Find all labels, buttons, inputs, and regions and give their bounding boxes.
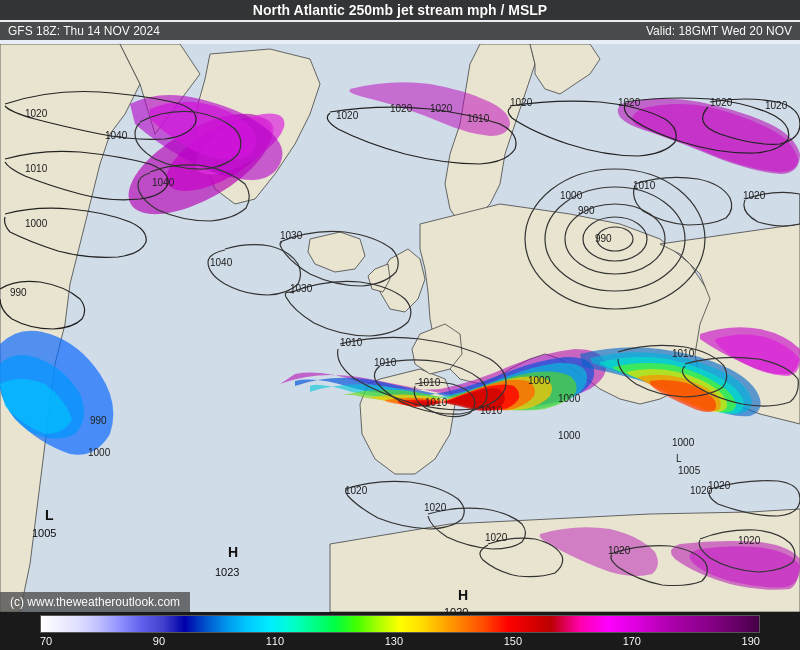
svg-text:1010: 1010 xyxy=(480,405,503,416)
svg-text:1000: 1000 xyxy=(558,393,581,404)
svg-text:1030: 1030 xyxy=(290,283,313,294)
svg-text:1020: 1020 xyxy=(336,110,359,121)
colorbar-labels: 7090110130150170190 xyxy=(40,635,760,647)
svg-text:1020: 1020 xyxy=(430,103,453,114)
svg-text:990: 990 xyxy=(595,233,612,244)
svg-text:1020: 1020 xyxy=(424,502,447,513)
svg-text:1010: 1010 xyxy=(340,337,363,348)
svg-text:1020: 1020 xyxy=(25,108,48,119)
sub-header: GFS 18Z: Thu 14 NOV 2024 Valid: 18GMT We… xyxy=(0,22,800,40)
svg-text:1040: 1040 xyxy=(105,130,128,141)
svg-text:L: L xyxy=(45,507,54,523)
svg-text:1020: 1020 xyxy=(510,97,533,108)
svg-text:1000: 1000 xyxy=(25,218,48,229)
weather-map-svg: 1020 1010 1000 990 1040 1040 1040 1030 1… xyxy=(0,44,800,612)
colorbar-label: 90 xyxy=(153,635,165,647)
svg-text:1010: 1010 xyxy=(418,377,441,388)
valid-label: Valid: 18GMT Wed 20 NOV xyxy=(646,24,792,38)
run-label: GFS 18Z: Thu 14 NOV 2024 xyxy=(8,24,160,38)
colorbar-gradient xyxy=(40,615,760,633)
svg-text:990: 990 xyxy=(578,205,595,216)
svg-text:1000: 1000 xyxy=(88,447,111,458)
svg-text:1020: 1020 xyxy=(710,97,733,108)
svg-text:1020: 1020 xyxy=(618,97,641,108)
colorbar: 7090110130150170190 xyxy=(0,612,800,650)
colorbar-label: 110 xyxy=(266,635,284,647)
svg-text:1020: 1020 xyxy=(390,103,413,114)
svg-text:1020: 1020 xyxy=(743,190,766,201)
svg-text:990: 990 xyxy=(10,287,27,298)
svg-text:1023: 1023 xyxy=(215,566,239,578)
svg-text:1020: 1020 xyxy=(345,485,368,496)
colorbar-label: 70 xyxy=(40,635,52,647)
svg-text:1005: 1005 xyxy=(678,465,701,476)
copyright-label: (c) www.theweatheroutlook.com xyxy=(0,592,190,612)
svg-text:1030: 1030 xyxy=(280,230,303,241)
svg-text:1020: 1020 xyxy=(738,535,761,546)
colorbar-label: 130 xyxy=(385,635,403,647)
svg-text:1020: 1020 xyxy=(765,100,788,111)
title-text: North Atlantic 250mb jet stream mph / MS… xyxy=(253,2,547,18)
colorbar-label: 170 xyxy=(623,635,641,647)
svg-text:990: 990 xyxy=(90,415,107,426)
svg-text:1020: 1020 xyxy=(485,532,508,543)
svg-text:1000: 1000 xyxy=(558,430,581,441)
svg-text:1010: 1010 xyxy=(25,163,48,174)
colorbar-label: 150 xyxy=(504,635,522,647)
svg-text:1020: 1020 xyxy=(608,545,631,556)
svg-text:1000: 1000 xyxy=(528,375,551,386)
svg-text:L: L xyxy=(676,453,682,464)
map-container: North Atlantic 250mb jet stream mph / MS… xyxy=(0,0,800,650)
svg-text:1010: 1010 xyxy=(374,357,397,368)
svg-text:1010: 1010 xyxy=(467,113,490,124)
svg-text:1040: 1040 xyxy=(210,257,233,268)
svg-text:1000: 1000 xyxy=(672,437,695,448)
svg-text:1010: 1010 xyxy=(633,180,656,191)
svg-text:1005: 1005 xyxy=(32,527,56,539)
svg-text:H: H xyxy=(458,587,468,603)
svg-text:1020: 1020 xyxy=(708,480,731,491)
svg-text:1010: 1010 xyxy=(425,397,448,408)
colorbar-label: 190 xyxy=(742,635,760,647)
svg-text:1010: 1010 xyxy=(672,348,695,359)
svg-text:1040: 1040 xyxy=(152,177,175,188)
svg-text:1000: 1000 xyxy=(560,190,583,201)
map-title: North Atlantic 250mb jet stream mph / MS… xyxy=(0,0,800,20)
svg-text:H: H xyxy=(228,544,238,560)
